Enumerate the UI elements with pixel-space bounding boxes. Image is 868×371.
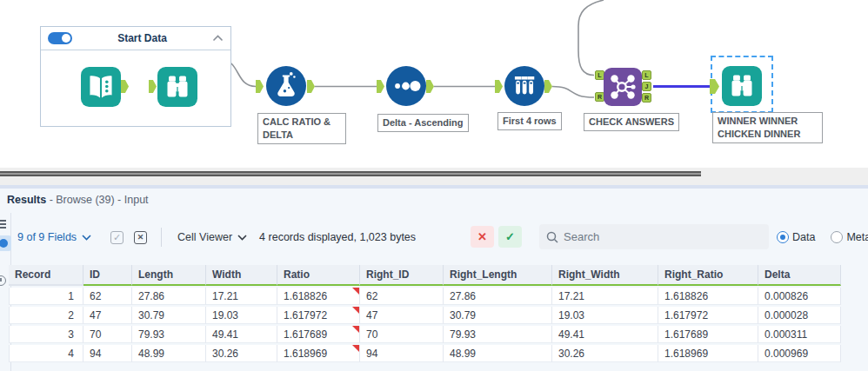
collapse-chevron-icon[interactable] — [212, 35, 224, 42]
cell-note-marker — [352, 307, 359, 314]
data-cell: 62 — [360, 288, 444, 305]
join-output-join-anchor[interactable]: J — [642, 82, 651, 91]
table-row: 16227.8617.211.6188266227.8617.211.61882… — [9, 288, 841, 305]
select-all-checkbox-icon[interactable]: ✓ — [110, 231, 124, 244]
data-cell: 70 — [360, 326, 444, 343]
browse-tool[interactable] — [157, 67, 197, 107]
data-cell: 27.86 — [444, 288, 552, 305]
blue-dot-icon — [0, 239, 8, 248]
fields-selector-label: 9 of 9 Fields — [17, 231, 77, 243]
formula-icon — [266, 66, 306, 106]
sample-tool[interactable] — [504, 66, 544, 106]
browse-icon — [722, 66, 762, 106]
browse-icon — [157, 67, 197, 107]
chevron-down-icon — [237, 235, 247, 241]
data-cell: 19.03 — [206, 307, 277, 324]
data-cell: 1.618969 — [277, 345, 360, 362]
deselect-all-icon[interactable]: ✕ — [134, 231, 147, 244]
workflow-canvas[interactable]: Start Data — [0, 0, 868, 168]
cell-viewer-label: Cell Viewer — [177, 231, 232, 243]
container-enable-toggle[interactable] — [48, 32, 72, 44]
metadata-radio[interactable] — [831, 231, 843, 243]
column-header-id[interactable]: ID — [83, 265, 132, 286]
data-cell: 1.618826 — [277, 288, 360, 305]
formula-annotation[interactable]: CALC RATIO & DELTA — [257, 113, 346, 144]
data-cell: 19.03 — [552, 307, 658, 324]
formula-input-anchor[interactable] — [256, 80, 264, 93]
input-data-tool[interactable] — [81, 67, 121, 107]
formula-output-anchor[interactable] — [307, 80, 315, 93]
sort-input-anchor[interactable] — [377, 80, 384, 93]
toggle-knob — [62, 34, 70, 43]
data-cell: 17.21 — [206, 288, 277, 305]
record-number-cell: 3 — [9, 326, 83, 343]
data-cell: 48.99 — [444, 345, 552, 362]
search-box[interactable] — [539, 224, 769, 249]
results-subtitle: - Browse (39) - Input — [46, 194, 148, 206]
data-cell: 1.617689 — [277, 326, 360, 343]
sample-output-anchor[interactable] — [544, 80, 552, 93]
data-cell: 70 — [83, 326, 132, 343]
table-row: 49448.9930.261.6189699448.9930.261.61896… — [9, 345, 841, 362]
data-radio[interactable] — [777, 231, 789, 243]
column-header-ratio[interactable]: Ratio — [277, 265, 360, 286]
formula-tool[interactable] — [266, 66, 306, 106]
toolbar-separator — [161, 228, 162, 247]
table-row: 24730.7919.031.6179724730.7919.031.61797… — [9, 307, 841, 324]
tool-container-start-data[interactable]: Start Data — [40, 26, 231, 127]
data-cell: 49.41 — [206, 326, 277, 343]
join-annotation[interactable]: CHECK ANSWERS — [584, 113, 679, 131]
data-cell: 30.79 — [132, 307, 206, 324]
column-header-right_length[interactable]: Right_Length — [444, 265, 552, 286]
table-row: 37079.9349.411.6176897079.9349.411.61768… — [9, 326, 841, 343]
cell-viewer-dropdown[interactable]: Cell Viewer — [177, 231, 247, 243]
data-view-icon[interactable] — [0, 235, 11, 251]
history-icon[interactable] — [0, 275, 6, 286]
data-cell: 1.617972 — [277, 307, 360, 324]
record-number-cell: 2 — [9, 307, 83, 324]
search-icon — [546, 231, 558, 243]
splitter-handle[interactable] — [0, 171, 701, 176]
results-table-head-row: RecordIDLengthWidthRatioRight_IDRight_Le… — [9, 265, 841, 286]
final-browse-annotation[interactable]: WINNER WINNER CHICKEN DINNER — [712, 112, 823, 143]
final-browse-tool[interactable] — [722, 66, 762, 106]
results-toolbar: 9 of 9 Fields ✓ ✕ Cell Viewer 4 records … — [11, 222, 868, 253]
sample-input-anchor[interactable] — [495, 80, 503, 93]
sort-annotation[interactable]: Delta - Ascending — [377, 114, 469, 132]
join-tool[interactable] — [604, 68, 642, 106]
filter-true-button[interactable]: ✓ — [498, 226, 522, 248]
column-header-right_id[interactable]: Right_ID — [360, 265, 444, 286]
data-cell: 47 — [83, 307, 132, 324]
sort-output-anchor[interactable] — [426, 80, 434, 93]
data-cell: 0.000826 — [758, 288, 841, 305]
column-header-width[interactable]: Width — [206, 265, 277, 286]
records-info: 4 records displayed, 1,023 bytes — [259, 231, 416, 243]
data-cell: 30.79 — [444, 307, 552, 324]
column-header-length[interactable]: Length — [132, 265, 206, 286]
data-cell: 48.99 — [132, 345, 206, 362]
data-cell: 27.86 — [132, 288, 206, 305]
container-title: Start Data — [72, 32, 212, 44]
fields-selector-dropdown[interactable]: 9 of 9 Fields — [17, 231, 91, 243]
data-cell: 1.618969 — [658, 345, 758, 362]
sample-icon — [504, 66, 544, 106]
column-header-right_ratio[interactable]: Right_Ratio — [658, 265, 758, 286]
join-output-left-anchor[interactable]: L — [642, 70, 651, 80]
data-cell: 94 — [360, 345, 444, 362]
column-header-right_width[interactable]: Right_Width — [552, 265, 658, 286]
column-header-record[interactable]: Record — [9, 265, 83, 286]
join-output-right-anchor[interactable]: R — [642, 93, 651, 103]
search-input[interactable] — [564, 230, 755, 243]
data-cell: 47 — [360, 307, 444, 324]
results-table-wrap: RecordIDLengthWidthRatioRight_IDRight_Le… — [9, 263, 841, 364]
column-header-delta[interactable]: Delta — [758, 265, 841, 286]
sort-tool[interactable] — [386, 66, 426, 106]
results-table-body: 16227.8617.211.6188266227.8617.211.61882… — [9, 288, 841, 362]
menu-icon[interactable] — [0, 220, 6, 230]
data-cell: 79.93 — [132, 326, 206, 343]
data-cell: 0.000311 — [758, 326, 841, 343]
filter-false-button[interactable]: ✕ — [471, 226, 494, 248]
data-cell: 1.617689 — [658, 326, 758, 343]
sample-annotation[interactable]: First 4 rows — [497, 112, 562, 130]
results-title: Results - Browse (39) - Input — [7, 194, 149, 206]
